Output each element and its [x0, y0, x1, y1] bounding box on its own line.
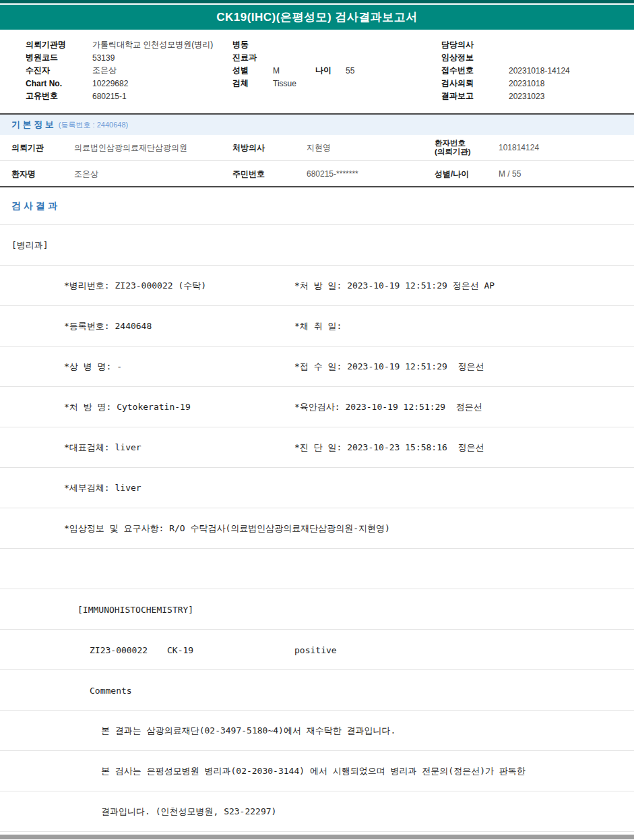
header-field-department: 진료과	[232, 51, 354, 64]
result-row: *등록번호: 2440648 *채 취 일:	[0, 306, 634, 347]
field-label: 성별	[232, 65, 273, 76]
diagnosis-name: *상 병 명: -	[64, 361, 122, 373]
clinical-info-request: *임상정보 및 요구사항: R/O 수탁검사(의료법인삼광의료재단삼광의원-지현…	[64, 522, 390, 535]
result-row-test-result: ZI23-000022 CK-19 positive	[0, 630, 634, 670]
field-label-age: 나이	[315, 65, 346, 76]
patient-header-left-column: 의뢰기관명 가톨릭대학교 인천성모병원(병리) 병원코드 53139 수진자 조…	[26, 38, 213, 102]
field-value: 20231023	[509, 92, 544, 101]
representative-specimen: *대표검체: liver	[64, 442, 141, 454]
test-code: ZI23-000022	[90, 644, 148, 655]
field-value: 20231018	[509, 79, 544, 88]
prescription-name: *처 방 명: Cytokeratin-19	[64, 401, 191, 413]
collection-date: *채 취 일:	[294, 320, 342, 332]
header-field-clinical-info: 임상정보	[441, 51, 570, 64]
cell-label-resident-no: 주민번호	[232, 168, 265, 179]
basic-info-table: 의뢰기관 의료법인삼광의료재단삼광의원 처방의사 지현영 환자번호(의뢰기관) …	[0, 135, 634, 187]
field-label: 고유번호	[26, 90, 92, 102]
cell-label-patient-name: 환자명	[11, 168, 36, 179]
field-value: Tissue	[273, 79, 296, 88]
result-row: *임상정보 및 요구사항: R/O 수탁검사(의료법인삼광의료재단삼광의원-지현…	[0, 508, 634, 549]
report-title-band: CK19(IHC)(은평성모) 검사결과보고서	[0, 5, 634, 30]
header-field-accession-no: 접수번호 20231018-14124	[441, 64, 570, 77]
comment-line: 결과입니다. (인천성모병원, S23-22297)	[101, 806, 276, 818]
field-value: 조은상	[92, 65, 117, 76]
result-row-comments-label: Comments	[0, 670, 634, 711]
comment-line: 본 결과는 삼광의료재단(02-3497-5180~4)에서 재수탁한 결과입니…	[101, 725, 395, 737]
header-field-report-date: 결과보고 20231023	[441, 90, 570, 102]
test-result-value: positive	[294, 644, 337, 655]
report-page: CK19(IHC)(은평성모) 검사결과보고서 의뢰기관명 가톨릭대학교 인천성…	[0, 0, 634, 839]
field-label: 의뢰기관명	[26, 39, 92, 51]
field-label: Chart No.	[26, 79, 92, 88]
patient-header-right-column: 담당의사 임상정보 접수번호 20231018-14124 검사의뢰 20231…	[441, 38, 570, 102]
patient-header: 의뢰기관명 가톨릭대학교 인천성모병원(병리) 병원코드 53139 수진자 조…	[0, 30, 634, 113]
field-label: 임상정보	[441, 52, 509, 63]
field-label: 담당의사	[441, 39, 509, 51]
result-row-comment: 본 검사는 은평성모병원 병리과(02-2030-3144) 에서 시행되었으며…	[0, 751, 634, 791]
result-row-subsection: [IMMUNOHISTOCHEMISTRY]	[0, 589, 634, 630]
pathology-no: *병리번호: ZI23-000022 (수탁)	[64, 280, 206, 292]
basic-info-registration-no: (등록번호 : 2440648)	[59, 120, 128, 130]
receipt-date: *접 수 일: 2023-10-19 12:51:29 정은선	[294, 361, 484, 373]
result-row-comment: 본 결과는 삼광의료재단(02-3497-5180~4)에서 재수탁한 결과입니…	[0, 711, 634, 751]
detail-specimen: *세부검체: liver	[64, 482, 141, 494]
basic-info-title: 기 본 정 보	[11, 119, 54, 131]
gross-exam-date: *육안검사: 2023-10-19 12:51:29 정은선	[294, 401, 482, 413]
comment-line: 본 검사는 은평성모병원 병리과(02-2030-3144) 에서 시행되었으며…	[101, 765, 526, 777]
cell-label-line2: (의뢰기관)	[435, 148, 471, 156]
cell-value-sex-age: M / 55	[499, 169, 521, 179]
spacer-row	[0, 549, 634, 589]
immunohistochemistry-heading: [IMMUNOHISTOCHEMISTRY]	[77, 604, 193, 614]
result-row-department: [병리과]	[0, 225, 634, 266]
field-label: 수진자	[26, 65, 92, 76]
field-label: 접수번호	[441, 65, 509, 76]
header-field-specimen: 검체 Tissue	[232, 77, 354, 90]
report-title: CK19(IHC)(은평성모) 검사결과보고서	[216, 9, 418, 25]
test-name: CK-19	[167, 644, 193, 655]
field-label: 병원코드	[26, 52, 92, 63]
cell-value-patient-name: 조은상	[74, 168, 98, 179]
result-row: *상 병 명: - *접 수 일: 2023-10-19 12:51:29 정은…	[0, 347, 634, 387]
header-field-chart-no: Chart No. 10229682	[26, 77, 213, 90]
field-value: 680215-1	[92, 92, 127, 101]
registration-no: *등록번호: 2440648	[64, 320, 152, 332]
patient-header-middle-column: 병동 진료과 성별 M 나이 55 검체 Tissue	[232, 38, 354, 90]
header-field-sex-age: 성별 M 나이 55	[232, 64, 354, 77]
field-value-sex: M	[273, 66, 315, 76]
header-field-request-date: 검사의뢰 20231018	[441, 77, 570, 90]
results-section-title: 검 사 결 과	[11, 200, 57, 212]
table-row: 환자명 조은상 주민번호 680215-******* 성별/나이 M / 55	[0, 160, 634, 186]
basic-info-section-header: 기 본 정 보 (등록번호 : 2440648)	[0, 113, 634, 135]
field-label: 검체	[232, 78, 273, 89]
field-label: 병동	[232, 39, 273, 51]
cell-label-prescribing-doctor: 처방의사	[232, 142, 265, 154]
comments-label: Comments	[90, 685, 132, 695]
field-label: 검사의뢰	[441, 78, 509, 89]
header-field-ward: 병동	[232, 38, 354, 51]
field-value: 가톨릭대학교 인천성모병원(병리)	[92, 39, 213, 51]
top-accent-bar	[0, 0, 634, 3]
field-value: 53139	[92, 53, 115, 63]
bottom-accent-bar	[0, 835, 634, 839]
cell-label-sex-age: 성별/나이	[435, 168, 469, 179]
result-row: *병리번호: ZI23-000022 (수탁) *처 방 일: 2023-10-…	[0, 266, 634, 306]
cell-label-patient-no: 환자번호(의뢰기관)	[435, 139, 471, 156]
cell-value-prescribing-doctor: 지현영	[307, 142, 331, 154]
cell-value-resident-no: 680215-*******	[307, 169, 358, 179]
result-row: *세부검체: liver	[0, 468, 634, 508]
field-value-age: 55	[346, 66, 354, 76]
cell-value-patient-no: 101814124	[499, 143, 539, 152]
results-body: [병리과] *병리번호: ZI23-000022 (수탁) *처 방 일: 20…	[0, 225, 634, 832]
field-label: 진료과	[232, 52, 273, 63]
result-row-comment: 결과입니다. (인천성모병원, S23-22297)	[0, 791, 634, 832]
header-field-unique-no: 고유번호 680215-1	[26, 90, 213, 102]
table-row: 의뢰기관 의료법인삼광의료재단삼광의원 처방의사 지현영 환자번호(의뢰기관) …	[0, 135, 634, 160]
cell-value-requesting-org: 의료법인삼광의료재단삼광의원	[74, 142, 187, 154]
header-field-requesting-org: 의뢰기관명 가톨릭대학교 인천성모병원(병리)	[26, 38, 213, 51]
header-field-hospital-code: 병원코드 53139	[26, 51, 213, 64]
field-label: 결과보고	[441, 90, 509, 102]
field-value: 10229682	[92, 79, 128, 88]
diagnosis-date: *진 단 일: 2023-10-23 15:58:16 정은선	[294, 442, 484, 454]
department-label: [병리과]	[11, 239, 49, 251]
field-value: 20231018-14124	[509, 66, 570, 76]
